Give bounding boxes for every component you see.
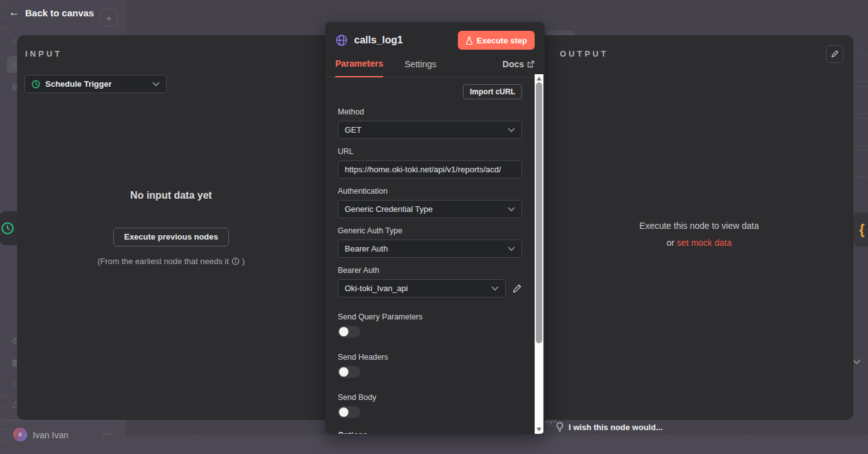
avatar[interactable]: II <box>13 428 27 441</box>
output-empty-or: or <box>667 238 677 248</box>
wish-text: I wish this node would... <box>569 423 663 432</box>
input-hint-suffix: ) <box>242 257 245 266</box>
external-link-icon <box>527 60 535 68</box>
canvas-dot <box>2 16 3 18</box>
chevron-down-icon <box>491 286 499 291</box>
tab-settings[interactable]: Settings <box>404 59 437 77</box>
dimmed-node-card <box>853 86 868 114</box>
authentication-value: Generic Credential Type <box>345 204 433 214</box>
execute-step-label: Execute step <box>477 36 527 45</box>
no-input-data-title: No input data yet <box>130 190 212 201</box>
chevron-down-icon <box>852 359 861 365</box>
set-mock-data-link[interactable]: set mock data <box>677 238 732 248</box>
output-empty-line1: Execute this node to view data <box>640 218 759 235</box>
chevron-down-icon <box>508 128 515 133</box>
generic-auth-type-select[interactable]: Bearer Auth <box>338 240 522 258</box>
canvas-dot <box>2 5 3 6</box>
node-detail-modal: calls_log1 Execute step Parameters Setti… <box>325 22 545 434</box>
dimmed-node-card <box>853 54 868 82</box>
field-url: URL <box>338 147 522 179</box>
modal-tabs: Parameters Settings Docs <box>325 56 545 77</box>
tab-docs-label: Docs <box>503 59 524 69</box>
modal-scrollbar[interactable] <box>535 74 543 434</box>
tab-parameters[interactable]: Parameters <box>335 58 383 77</box>
url-input-wrap <box>338 160 522 179</box>
input-connector-stub[interactable] <box>0 211 17 245</box>
canvas-dot <box>2 28 3 29</box>
clock-icon <box>1 221 14 235</box>
scrollbar-down-arrow[interactable] <box>537 428 542 431</box>
field-bearer-auth: Bearer Auth Oki-toki_Ivan_api <box>338 266 522 297</box>
canvas-dot <box>2 418 3 419</box>
field-send-query-parameters: Send Query Parameters <box>338 313 522 338</box>
input-panel: INPUT Schedule Trigger No input data yet… <box>17 35 325 420</box>
url-input[interactable] <box>345 165 515 174</box>
options-section-label: Options <box>338 431 522 434</box>
node-wish-prompt[interactable]: I wish this node would... <box>556 422 663 433</box>
sidebar-user-area: II Ivan Ivan ··· <box>0 420 126 454</box>
field-label: Generic Auth Type <box>338 226 522 235</box>
chevron-down-icon <box>508 207 515 212</box>
input-hint: (From the earliest node that needs it ) <box>97 257 245 266</box>
field-authentication: Authentication Generic Credential Type <box>338 187 522 218</box>
canvas-dot <box>2 395 3 396</box>
output-brace-icon: { <box>859 221 865 238</box>
field-send-headers: Send Headers <box>338 353 522 378</box>
dimmed-node-card <box>853 150 868 177</box>
field-label: URL <box>338 147 522 156</box>
back-to-canvas[interactable]: ← Back to canvas <box>9 6 94 19</box>
field-method: Method GET <box>338 108 522 139</box>
generic-auth-type-value: Bearer Auth <box>345 244 388 253</box>
field-label: Authentication <box>338 187 522 196</box>
info-icon[interactable] <box>231 257 240 265</box>
field-label: Send Headers <box>338 353 522 362</box>
output-connector-stub[interactable]: { <box>854 213 868 246</box>
send-headers-toggle[interactable] <box>338 366 360 378</box>
execute-step-button[interactable]: Execute step <box>458 31 535 50</box>
send-query-parameters-toggle[interactable] <box>338 326 360 338</box>
flask-icon <box>465 36 473 45</box>
field-label: Method <box>338 108 522 116</box>
import-curl-button[interactable]: Import cURL <box>463 84 522 99</box>
chevron-down-icon <box>508 246 515 252</box>
execute-previous-nodes-button[interactable]: Execute previous nodes <box>113 228 229 246</box>
bearer-auth-value: Oki-toki_Ivan_api <box>345 284 408 293</box>
tab-docs[interactable]: Docs <box>503 59 535 77</box>
edit-credential-pencil-icon[interactable] <box>512 284 522 294</box>
user-name: Ivan Ivan <box>33 430 69 440</box>
method-value: GET <box>345 125 362 135</box>
bearer-auth-credential-select[interactable]: Oki-toki_Ivan_api <box>338 279 506 297</box>
field-generic-auth-type: Generic Auth Type Bearer Auth <box>338 226 522 258</box>
user-menu-ellipsis[interactable]: ··· <box>103 428 113 438</box>
field-label: Send Query Parameters <box>338 313 522 321</box>
canvas-bottom-band <box>0 435 868 454</box>
dimmed-node-card <box>853 118 868 146</box>
parameters-form: Import cURL Method GET URL Authenticatio… <box>325 84 545 434</box>
output-empty-line2: or set mock data <box>640 235 759 252</box>
scrollbar-up-arrow[interactable] <box>537 77 542 80</box>
input-hint-text: (From the earliest node that needs it <box>97 257 229 266</box>
node-title: calls_log1 <box>354 35 403 46</box>
authentication-select[interactable]: Generic Credential Type <box>338 200 522 218</box>
globe-icon <box>335 34 348 47</box>
field-label: Bearer Auth <box>338 266 522 275</box>
back-to-canvas-label[interactable]: Back to canvas <box>25 8 94 18</box>
add-button[interactable]: + <box>100 9 118 26</box>
canvas-dot <box>2 406 3 407</box>
send-body-toggle[interactable] <box>338 406 360 418</box>
scrollbar-thumb[interactable] <box>536 82 542 343</box>
method-select[interactable]: GET <box>338 121 522 139</box>
back-arrow-icon[interactable]: ← <box>9 6 19 19</box>
output-panel: OUTPUT Execute this node to view data or… <box>545 35 854 420</box>
field-send-body: Send Body <box>338 393 522 418</box>
field-label: Send Body <box>338 393 522 402</box>
lightbulb-icon <box>556 422 564 433</box>
